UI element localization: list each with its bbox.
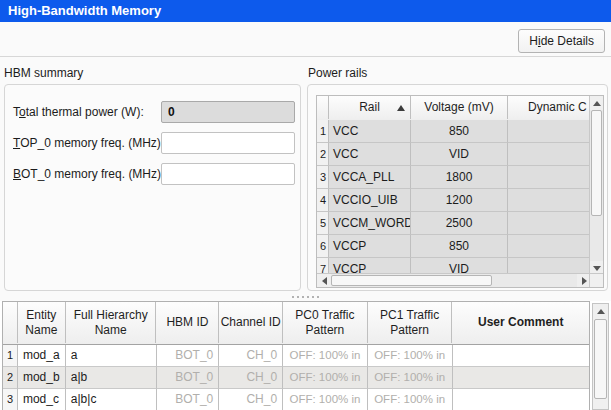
- entity-corner-header: [3, 302, 18, 343]
- hscroll-thumb[interactable]: [331, 275, 492, 286]
- row-number: 2: [317, 143, 329, 166]
- voltage-cell[interactable]: 1800: [411, 166, 508, 189]
- entity-table: Entity Name Full Hierarchy Name HBM ID C…: [2, 301, 590, 410]
- scroll-up-button[interactable]: [590, 96, 603, 110]
- voltage-column-header[interactable]: Voltage (mV): [411, 96, 508, 119]
- table-row: 1 VCC 850: [317, 120, 591, 143]
- hide-details-button[interactable]: Hide Details: [518, 29, 605, 53]
- dynamic-current-cell[interactable]: [508, 166, 591, 189]
- channel-id-cell[interactable]: CH_0: [219, 389, 283, 410]
- top0-memory-freq-field[interactable]: [161, 132, 295, 154]
- entity-header-row: Entity Name Full Hierarchy Name HBM ID C…: [3, 302, 589, 345]
- total-thermal-power-label: Total thermal power (W):: [13, 101, 144, 123]
- rail-cell[interactable]: VCCP: [329, 235, 411, 258]
- row-number: 3: [3, 389, 18, 410]
- pc1-traffic-cell[interactable]: OFF: 100% in ...: [368, 367, 453, 389]
- splitter-handle-dots: [292, 296, 294, 298]
- table-row: 5 VCCM_WORD 2500: [317, 212, 591, 235]
- entity-name-cell[interactable]: mod_b: [18, 367, 66, 389]
- entity-name-cell[interactable]: mod_a: [18, 345, 66, 367]
- full-hierarchy-column-header[interactable]: Full Hierarchy Name: [66, 302, 157, 343]
- pane-splitter[interactable]: [0, 292, 611, 301]
- entity-name-cell[interactable]: mod_c: [18, 389, 66, 410]
- rail-cell[interactable]: VCCM_WORD: [329, 212, 411, 235]
- user-comment-cell[interactable]: [453, 345, 590, 367]
- power-rails-vscrollbar[interactable]: [589, 96, 603, 275]
- hierarchy-cell[interactable]: a: [66, 345, 157, 367]
- user-comment-cell[interactable]: [453, 367, 590, 389]
- scroll-down-icon: [593, 266, 601, 271]
- rail-cell[interactable]: VCCIO_UIB: [329, 189, 411, 212]
- row-number: 1: [317, 120, 329, 143]
- toolbar-strip: Hide Details: [0, 22, 611, 57]
- scroll-left-button[interactable]: [317, 274, 331, 287]
- user-comment-cell[interactable]: [453, 389, 590, 410]
- hierarchy-cell[interactable]: a|b|c: [66, 389, 157, 410]
- power-rails-header-row: Rail Voltage (mV) Dynamic C: [317, 96, 603, 121]
- power-rails-body: 1 VCC 850 2 VCC VID 3 VCCA_PLL 1800 4 VC…: [317, 120, 591, 275]
- bot0-memory-freq-field[interactable]: [161, 163, 295, 185]
- pc0-traffic-column-header[interactable]: PC0 Traffic Pattern: [283, 302, 368, 343]
- row-number: 3: [317, 166, 329, 189]
- pc1-traffic-cell[interactable]: OFF: 100% in ...: [368, 389, 453, 410]
- pc0-traffic-cell[interactable]: OFF: 100% in ...: [283, 389, 368, 410]
- dynamic-current-cell[interactable]: [508, 143, 591, 166]
- scroll-up-button[interactable]: [593, 304, 608, 318]
- sort-ascending-icon: [397, 105, 405, 111]
- scrollbar-corner: [589, 273, 603, 287]
- table-row: 2 VCC VID: [317, 143, 591, 166]
- vscroll-thumb[interactable]: [594, 319, 607, 399]
- channel-id-cell[interactable]: CH_0: [219, 367, 283, 389]
- rail-cell[interactable]: VCCA_PLL: [329, 166, 411, 189]
- hbm-summary-groupbox: Total thermal power (W): TOP_0 memory fr…: [4, 84, 301, 291]
- scroll-left-icon: [322, 277, 327, 285]
- pc0-traffic-cell[interactable]: OFF: 100% in ...: [283, 367, 368, 389]
- table-row: 3 mod_c a|b|c BOT_0 CH_0 OFF: 100% in ..…: [3, 389, 589, 410]
- dynamic-current-cell[interactable]: [508, 120, 591, 143]
- user-comment-column-header[interactable]: User Comment: [452, 302, 589, 343]
- voltage-cell[interactable]: 850: [411, 235, 508, 258]
- row-number: 2: [3, 367, 18, 389]
- pc1-traffic-column-header[interactable]: PC1 Traffic Pattern: [368, 302, 453, 343]
- hierarchy-cell[interactable]: a|b: [66, 367, 157, 389]
- table-row: 3 VCCA_PLL 1800: [317, 166, 591, 189]
- entity-vscrollbar[interactable]: [592, 303, 609, 410]
- power-rails-hscrollbar[interactable]: [317, 273, 591, 287]
- voltage-cell[interactable]: 2500: [411, 212, 508, 235]
- dynamic-current-cell[interactable]: [508, 189, 591, 212]
- table-row: 6 VCCP 850: [317, 235, 591, 258]
- dynamic-current-column-header[interactable]: Dynamic C: [508, 96, 591, 119]
- bot0-memory-freq-label: BOT_0 memory freq. (MHz):: [13, 163, 164, 185]
- panel-title: High-Bandwidth Memory: [0, 0, 611, 22]
- rail-cell[interactable]: VCC: [329, 120, 411, 143]
- hbm-id-cell[interactable]: BOT_0: [157, 367, 220, 389]
- scroll-right-icon: [582, 277, 587, 285]
- scroll-up-icon: [593, 101, 601, 106]
- rail-column-header[interactable]: Rail: [329, 96, 411, 119]
- vscroll-thumb[interactable]: [591, 110, 602, 216]
- hbm-summary-label: HBM summary: [4, 66, 83, 80]
- power-rails-table: Rail Voltage (mV) Dynamic C 1 VCC 850 2 …: [316, 95, 604, 288]
- dynamic-current-cell[interactable]: [508, 212, 591, 235]
- row-number: 4: [317, 189, 329, 212]
- voltage-cell[interactable]: VID: [411, 143, 508, 166]
- pc1-traffic-cell[interactable]: OFF: 100% in ...: [368, 345, 453, 367]
- hbm-id-column-header[interactable]: HBM ID: [156, 302, 219, 343]
- channel-id-cell[interactable]: CH_0: [219, 345, 283, 367]
- table-row: 2 mod_b a|b BOT_0 CH_0 OFF: 100% in ... …: [3, 367, 589, 389]
- pc0-traffic-cell[interactable]: OFF: 100% in ...: [283, 345, 368, 367]
- rail-cell[interactable]: VCC: [329, 143, 411, 166]
- row-number: 6: [317, 235, 329, 258]
- hbm-id-cell[interactable]: BOT_0: [157, 389, 220, 410]
- table-row: 4 VCCIO_UIB 1200: [317, 189, 591, 212]
- scroll-up-icon: [597, 309, 605, 314]
- power-rails-label: Power rails: [308, 66, 367, 80]
- dynamic-current-cell[interactable]: [508, 235, 591, 258]
- entity-name-column-header[interactable]: Entity Name: [18, 302, 66, 343]
- voltage-cell[interactable]: 850: [411, 120, 508, 143]
- row-number: 1: [3, 345, 18, 367]
- channel-id-column-header[interactable]: Channel ID: [219, 302, 283, 343]
- voltage-cell[interactable]: 1200: [411, 189, 508, 212]
- total-thermal-power-field[interactable]: [161, 101, 295, 123]
- hbm-id-cell[interactable]: BOT_0: [157, 345, 220, 367]
